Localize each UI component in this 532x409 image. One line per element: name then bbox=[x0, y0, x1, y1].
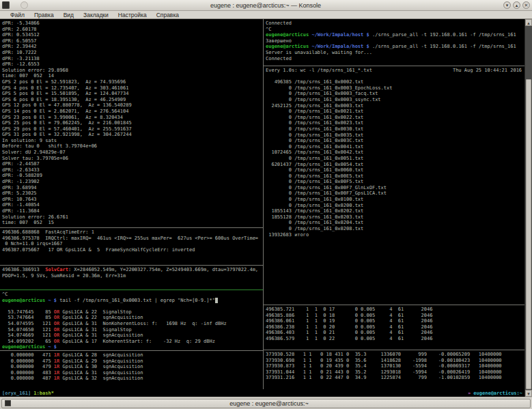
region-watch-wc-output: Every 1.0s: wc -l /tmp/srns_161_*.txt Th… bbox=[264, 66, 524, 305]
menubar: Файл Правка Вид Закладки Настройка Справ… bbox=[0, 11, 532, 19]
region-track-table-2: 373930.528 1 1 0 18 431 0 35.3 1336070 9… bbox=[264, 350, 524, 389]
screen-status-left: [oryx_161] 1:bash* bbox=[2, 391, 54, 396]
maximize-button[interactable]: ▴ bbox=[513, 1, 520, 9]
minimize-button[interactable]: ▾ bbox=[503, 1, 511, 9]
pane-right: Connected^Ceugene@arcticus ~/Work/Impala… bbox=[264, 19, 524, 389]
scrollbar-up-icon[interactable]: ▲ bbox=[525, 19, 532, 26]
pin-icon[interactable] bbox=[20, 1, 28, 9]
region-fastacq-log: 496386.688868 FastAcqTimeErr: 1496386.97… bbox=[0, 228, 263, 265]
terminal-view[interactable]: dPR: -5.34866dPR: 2.60178dPR: 0.534512dP… bbox=[0, 19, 532, 397]
region-solvcart-log: 496386.386913 SolvCart: X=2846052.549m, … bbox=[0, 266, 263, 290]
titlebar[interactable]: eugene : eugene@arcticus:~ — Konsole ▾ ▴… bbox=[0, 0, 532, 11]
pane-left: dPR: -5.34866dPR: 2.60178dPR: 0.534512dP… bbox=[0, 19, 263, 389]
region-shell-session: Connected^Ceugene@arcticus ~/Work/Impala… bbox=[264, 19, 524, 66]
region-tail-session: ^Ceugene@arcticus ~ $ tail -f /tmp/srns_… bbox=[0, 290, 263, 350]
menu-item-edit[interactable]: Правка bbox=[29, 11, 59, 19]
screen-status-bar: [oryx_161] 1:bash* » eugene@arcticus:~ bbox=[0, 389, 524, 397]
menu-item-file[interactable]: Файл bbox=[5, 11, 29, 19]
scrollbar[interactable]: ▲ ▼ bbox=[524, 19, 532, 397]
konsole-window: eugene : eugene@arcticus:~ — Konsole ▾ ▴… bbox=[0, 0, 532, 409]
taskbar: eugene : eugene@arcticus:~ bbox=[0, 397, 532, 409]
taskbar-konsole-icon bbox=[5, 400, 11, 406]
region-solution-log: dPR: -5.34866dPR: 2.60178dPR: 0.534512dP… bbox=[0, 19, 263, 227]
screen-status-right: » eugene@arcticus:~ bbox=[468, 391, 522, 396]
region-acquisition-log: 0.000000 471 1R GpsL1CA & 28 sgnAcquisit… bbox=[0, 351, 263, 389]
scrollbar-down-icon[interactable]: ▼ bbox=[525, 390, 532, 397]
menu-item-settings[interactable]: Настройка bbox=[113, 11, 152, 19]
menu-item-view[interactable]: Вид bbox=[59, 11, 79, 19]
window-title: eugene : eugene@arcticus:~ — Konsole bbox=[28, 2, 503, 9]
scrollbar-thumb[interactable] bbox=[526, 79, 531, 389]
close-button[interactable]: ✕ bbox=[522, 1, 530, 9]
menu-item-bookmarks[interactable]: Закладки bbox=[79, 11, 113, 19]
taskbar-window-button[interactable]: eugene : eugene@arcticus:~ bbox=[1, 399, 531, 408]
region-track-table-1: 496385.721 1 1 0 17 0 0.005 4 61 2046496… bbox=[264, 305, 524, 350]
konsole-window-icon[interactable] bbox=[2, 1, 10, 9]
menu-item-help[interactable]: Справка bbox=[152, 11, 184, 19]
taskbar-window-label: eugene : eugene@arcticus:~ bbox=[11, 399, 527, 408]
